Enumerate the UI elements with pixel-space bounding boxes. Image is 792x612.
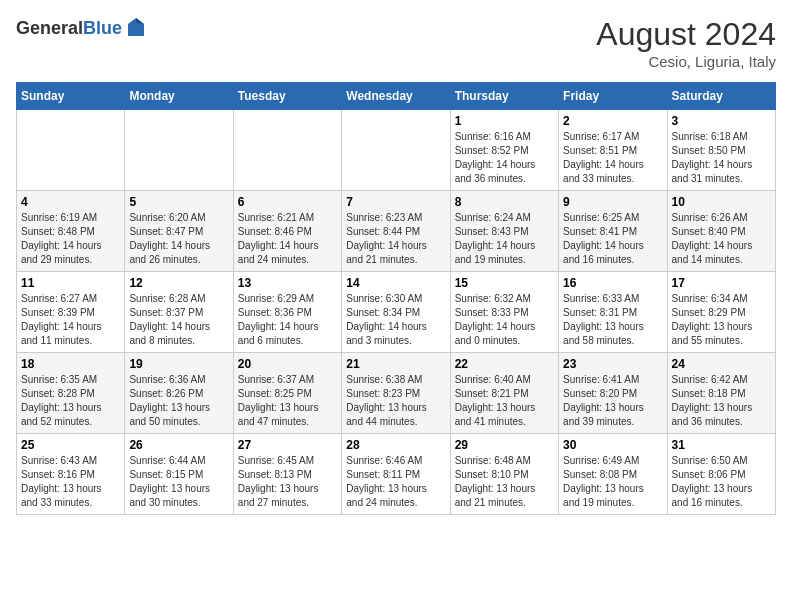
calendar-cell: 19Sunrise: 6:36 AM Sunset: 8:26 PM Dayli…: [125, 353, 233, 434]
calendar-cell: 25Sunrise: 6:43 AM Sunset: 8:16 PM Dayli…: [17, 434, 125, 515]
day-number: 9: [563, 195, 662, 209]
day-info: Sunrise: 6:25 AM Sunset: 8:41 PM Dayligh…: [563, 211, 662, 267]
page-header: GeneralBlue August 2024 Cesio, Liguria, …: [16, 16, 776, 70]
day-info: Sunrise: 6:37 AM Sunset: 8:25 PM Dayligh…: [238, 373, 337, 429]
day-number: 14: [346, 276, 445, 290]
calendar-cell: 9Sunrise: 6:25 AM Sunset: 8:41 PM Daylig…: [559, 191, 667, 272]
day-info: Sunrise: 6:30 AM Sunset: 8:34 PM Dayligh…: [346, 292, 445, 348]
day-number: 13: [238, 276, 337, 290]
day-number: 31: [672, 438, 771, 452]
calendar-week-row: 25Sunrise: 6:43 AM Sunset: 8:16 PM Dayli…: [17, 434, 776, 515]
logo-blue: Blue: [83, 18, 122, 38]
day-info: Sunrise: 6:26 AM Sunset: 8:40 PM Dayligh…: [672, 211, 771, 267]
calendar-cell: 14Sunrise: 6:30 AM Sunset: 8:34 PM Dayli…: [342, 272, 450, 353]
title-block: August 2024 Cesio, Liguria, Italy: [596, 16, 776, 70]
day-number: 10: [672, 195, 771, 209]
day-header-saturday: Saturday: [667, 83, 775, 110]
day-number: 18: [21, 357, 120, 371]
day-info: Sunrise: 6:24 AM Sunset: 8:43 PM Dayligh…: [455, 211, 554, 267]
day-number: 20: [238, 357, 337, 371]
calendar-cell: 7Sunrise: 6:23 AM Sunset: 8:44 PM Daylig…: [342, 191, 450, 272]
day-info: Sunrise: 6:16 AM Sunset: 8:52 PM Dayligh…: [455, 130, 554, 186]
day-info: Sunrise: 6:28 AM Sunset: 8:37 PM Dayligh…: [129, 292, 228, 348]
day-number: 22: [455, 357, 554, 371]
calendar-cell: 26Sunrise: 6:44 AM Sunset: 8:15 PM Dayli…: [125, 434, 233, 515]
calendar-cell: 4Sunrise: 6:19 AM Sunset: 8:48 PM Daylig…: [17, 191, 125, 272]
calendar-cell: [125, 110, 233, 191]
calendar-table: SundayMondayTuesdayWednesdayThursdayFrid…: [16, 82, 776, 515]
day-info: Sunrise: 6:27 AM Sunset: 8:39 PM Dayligh…: [21, 292, 120, 348]
day-info: Sunrise: 6:34 AM Sunset: 8:29 PM Dayligh…: [672, 292, 771, 348]
calendar-cell: 3Sunrise: 6:18 AM Sunset: 8:50 PM Daylig…: [667, 110, 775, 191]
calendar-cell: 10Sunrise: 6:26 AM Sunset: 8:40 PM Dayli…: [667, 191, 775, 272]
calendar-cell: 1Sunrise: 6:16 AM Sunset: 8:52 PM Daylig…: [450, 110, 558, 191]
day-header-tuesday: Tuesday: [233, 83, 341, 110]
day-number: 5: [129, 195, 228, 209]
calendar-cell: 8Sunrise: 6:24 AM Sunset: 8:43 PM Daylig…: [450, 191, 558, 272]
day-number: 27: [238, 438, 337, 452]
calendar-week-row: 18Sunrise: 6:35 AM Sunset: 8:28 PM Dayli…: [17, 353, 776, 434]
calendar-cell: 22Sunrise: 6:40 AM Sunset: 8:21 PM Dayli…: [450, 353, 558, 434]
calendar-cell: 15Sunrise: 6:32 AM Sunset: 8:33 PM Dayli…: [450, 272, 558, 353]
day-info: Sunrise: 6:33 AM Sunset: 8:31 PM Dayligh…: [563, 292, 662, 348]
day-number: 8: [455, 195, 554, 209]
calendar-week-row: 11Sunrise: 6:27 AM Sunset: 8:39 PM Dayli…: [17, 272, 776, 353]
calendar-cell: 29Sunrise: 6:48 AM Sunset: 8:10 PM Dayli…: [450, 434, 558, 515]
calendar-cell: 24Sunrise: 6:42 AM Sunset: 8:18 PM Dayli…: [667, 353, 775, 434]
day-info: Sunrise: 6:45 AM Sunset: 8:13 PM Dayligh…: [238, 454, 337, 510]
logo: GeneralBlue: [16, 16, 148, 40]
logo-general: General: [16, 18, 83, 38]
calendar-cell: 12Sunrise: 6:28 AM Sunset: 8:37 PM Dayli…: [125, 272, 233, 353]
day-number: 29: [455, 438, 554, 452]
calendar-cell: 5Sunrise: 6:20 AM Sunset: 8:47 PM Daylig…: [125, 191, 233, 272]
day-header-thursday: Thursday: [450, 83, 558, 110]
day-number: 6: [238, 195, 337, 209]
calendar-cell: [342, 110, 450, 191]
calendar-cell: 30Sunrise: 6:49 AM Sunset: 8:08 PM Dayli…: [559, 434, 667, 515]
day-info: Sunrise: 6:38 AM Sunset: 8:23 PM Dayligh…: [346, 373, 445, 429]
day-info: Sunrise: 6:43 AM Sunset: 8:16 PM Dayligh…: [21, 454, 120, 510]
day-number: 28: [346, 438, 445, 452]
day-header-wednesday: Wednesday: [342, 83, 450, 110]
day-info: Sunrise: 6:29 AM Sunset: 8:36 PM Dayligh…: [238, 292, 337, 348]
day-header-monday: Monday: [125, 83, 233, 110]
day-number: 4: [21, 195, 120, 209]
calendar-cell: 18Sunrise: 6:35 AM Sunset: 8:28 PM Dayli…: [17, 353, 125, 434]
day-info: Sunrise: 6:48 AM Sunset: 8:10 PM Dayligh…: [455, 454, 554, 510]
calendar-header-row: SundayMondayTuesdayWednesdayThursdayFrid…: [17, 83, 776, 110]
calendar-cell: 2Sunrise: 6:17 AM Sunset: 8:51 PM Daylig…: [559, 110, 667, 191]
calendar-cell: 21Sunrise: 6:38 AM Sunset: 8:23 PM Dayli…: [342, 353, 450, 434]
day-header-sunday: Sunday: [17, 83, 125, 110]
day-info: Sunrise: 6:19 AM Sunset: 8:48 PM Dayligh…: [21, 211, 120, 267]
day-info: Sunrise: 6:49 AM Sunset: 8:08 PM Dayligh…: [563, 454, 662, 510]
day-info: Sunrise: 6:50 AM Sunset: 8:06 PM Dayligh…: [672, 454, 771, 510]
calendar-cell: 11Sunrise: 6:27 AM Sunset: 8:39 PM Dayli…: [17, 272, 125, 353]
calendar-cell: 13Sunrise: 6:29 AM Sunset: 8:36 PM Dayli…: [233, 272, 341, 353]
day-info: Sunrise: 6:18 AM Sunset: 8:50 PM Dayligh…: [672, 130, 771, 186]
calendar-week-row: 1Sunrise: 6:16 AM Sunset: 8:52 PM Daylig…: [17, 110, 776, 191]
day-info: Sunrise: 6:32 AM Sunset: 8:33 PM Dayligh…: [455, 292, 554, 348]
day-info: Sunrise: 6:42 AM Sunset: 8:18 PM Dayligh…: [672, 373, 771, 429]
day-number: 11: [21, 276, 120, 290]
day-info: Sunrise: 6:35 AM Sunset: 8:28 PM Dayligh…: [21, 373, 120, 429]
day-number: 25: [21, 438, 120, 452]
calendar-cell: [17, 110, 125, 191]
calendar-week-row: 4Sunrise: 6:19 AM Sunset: 8:48 PM Daylig…: [17, 191, 776, 272]
calendar-cell: 28Sunrise: 6:46 AM Sunset: 8:11 PM Dayli…: [342, 434, 450, 515]
logo-icon: [124, 16, 148, 40]
day-number: 2: [563, 114, 662, 128]
calendar-cell: 16Sunrise: 6:33 AM Sunset: 8:31 PM Dayli…: [559, 272, 667, 353]
day-number: 1: [455, 114, 554, 128]
month-year: August 2024: [596, 16, 776, 53]
day-info: Sunrise: 6:23 AM Sunset: 8:44 PM Dayligh…: [346, 211, 445, 267]
calendar-cell: [233, 110, 341, 191]
calendar-cell: 17Sunrise: 6:34 AM Sunset: 8:29 PM Dayli…: [667, 272, 775, 353]
day-number: 17: [672, 276, 771, 290]
day-number: 19: [129, 357, 228, 371]
day-number: 15: [455, 276, 554, 290]
day-number: 12: [129, 276, 228, 290]
calendar-cell: 27Sunrise: 6:45 AM Sunset: 8:13 PM Dayli…: [233, 434, 341, 515]
day-number: 16: [563, 276, 662, 290]
day-number: 30: [563, 438, 662, 452]
day-header-friday: Friday: [559, 83, 667, 110]
